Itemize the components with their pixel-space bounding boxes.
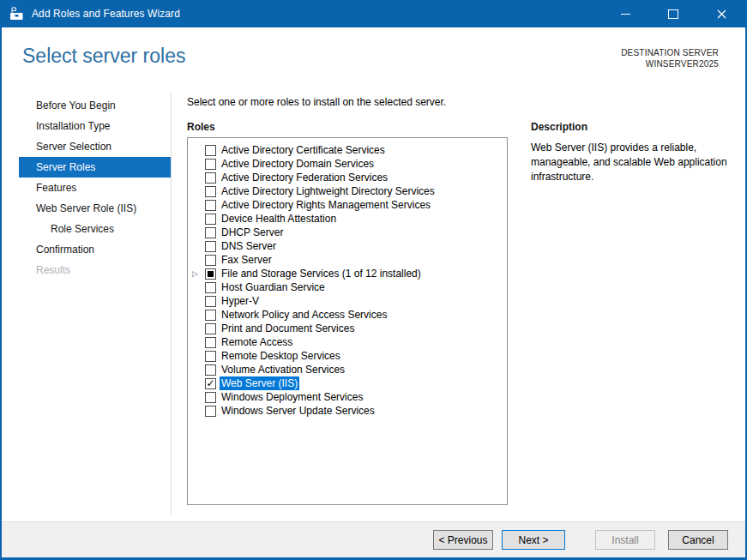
window-title: Add Roles and Features Wizard <box>32 8 180 20</box>
previous-button[interactable]: < Previous <box>433 530 493 550</box>
maximize-icon <box>668 9 678 19</box>
close-icon <box>717 9 726 19</box>
role-checkbox[interactable] <box>205 296 216 307</box>
role-label: Active Directory Lightweight Directory S… <box>221 185 435 197</box>
role-row-remote-desktop-services[interactable]: Remote Desktop Services <box>188 349 507 363</box>
server-manager-icon <box>9 7 24 21</box>
role-label: Remote Access <box>221 336 292 348</box>
role-checkbox[interactable] <box>205 282 216 293</box>
role-checkbox[interactable] <box>205 186 216 197</box>
destination-server-label: DESTINATION SERVER <box>621 47 719 58</box>
close-button[interactable] <box>697 0 745 27</box>
page-title: Select server roles <box>22 45 185 68</box>
role-checkbox[interactable] <box>205 323 216 334</box>
minimize-icon <box>621 14 630 15</box>
role-checkbox[interactable] <box>205 227 216 238</box>
sidebar-item-results: Results <box>19 260 171 280</box>
role-row-fax-server[interactable]: Fax Server <box>188 253 507 267</box>
role-row-file-and-storage-services-1-of-12-installed[interactable]: ▷ File and Storage Services (1 of 12 ins… <box>188 267 507 280</box>
role-label: Host Guardian Service <box>221 281 325 293</box>
role-label: Volume Activation Services <box>221 364 345 376</box>
sidebar-item-features[interactable]: Features <box>19 178 171 198</box>
role-row-host-guardian-service[interactable]: Host Guardian Service <box>188 280 507 294</box>
role-label: Active Directory Domain Services <box>221 158 374 170</box>
role-label: Web Server (IIS) <box>220 376 299 390</box>
destination-server-block: DESTINATION SERVER WINSERVER2025 <box>621 47 719 69</box>
role-checkbox[interactable]: ✓ <box>205 378 216 389</box>
sidebar-divider <box>171 93 172 515</box>
role-checkbox[interactable] <box>205 159 216 170</box>
role-checkbox[interactable] <box>205 337 216 348</box>
wizard-window: Add Roles and Features Wizard Select ser… <box>0 0 747 560</box>
wizard-steps-nav: Before You BeginInstallation TypeServer … <box>19 95 171 280</box>
sidebar-item-server-roles[interactable]: Server Roles <box>19 157 171 178</box>
role-checkbox[interactable] <box>205 200 216 211</box>
destination-server-name: WINSERVER2025 <box>621 58 719 69</box>
titlebar[interactable]: Add Roles and Features Wizard <box>2 0 745 27</box>
role-row-print-and-document-services[interactable]: Print and Document Services <box>188 322 507 335</box>
roles-list-heading: Roles <box>187 121 215 133</box>
roles-listbox[interactable]: Active Directory Certificate Services Ac… <box>187 137 508 505</box>
role-row-active-directory-lightweight-directory-services[interactable]: Active Directory Lightweight Directory S… <box>188 184 507 198</box>
role-checkbox[interactable] <box>205 364 216 376</box>
role-row-dns-server[interactable]: DNS Server <box>188 239 507 253</box>
role-checkbox[interactable] <box>205 392 216 403</box>
sidebar-item-server-selection[interactable]: Server Selection <box>19 136 171 157</box>
role-label: File and Storage Services (1 of 12 insta… <box>221 268 421 280</box>
role-label: DHCP Server <box>221 226 283 238</box>
description-text: Web Server (IIS) provides a reliable, ma… <box>531 141 739 184</box>
sidebar-item-web-server-role-iis[interactable]: Web Server Role (IIS) <box>19 198 171 219</box>
role-checkbox[interactable] <box>205 255 216 266</box>
role-row-web-server-iis[interactable]: ✓ Web Server (IIS) <box>188 376 507 390</box>
maximize-button[interactable] <box>649 0 697 27</box>
role-checkbox[interactable] <box>205 172 216 184</box>
role-label: Active Directory Rights Management Servi… <box>221 199 431 211</box>
role-row-windows-server-update-services[interactable]: Windows Server Update Services <box>188 404 507 418</box>
role-label: Active Directory Federation Services <box>221 172 388 184</box>
sidebar-item-installation-type[interactable]: Installation Type <box>19 116 171 136</box>
install-button: Install <box>595 530 655 550</box>
role-row-device-health-attestation[interactable]: Device Health Attestation <box>188 212 507 226</box>
minimize-button[interactable] <box>601 0 649 27</box>
sidebar-item-confirmation[interactable]: Confirmation <box>19 239 171 260</box>
sidebar-item-role-services[interactable]: Role Services <box>19 219 171 239</box>
role-checkbox[interactable] <box>205 241 216 252</box>
role-row-active-directory-certificate-services[interactable]: Active Directory Certificate Services <box>188 143 507 157</box>
role-label: Windows Deployment Services <box>221 391 363 403</box>
role-row-windows-deployment-services[interactable]: Windows Deployment Services <box>188 390 507 404</box>
role-label: Print and Document Services <box>221 322 354 334</box>
role-label: Device Health Attestation <box>221 213 336 225</box>
role-checkbox[interactable] <box>205 145 216 156</box>
role-label: Remote Desktop Services <box>221 350 340 362</box>
sidebar-item-before-you-begin[interactable]: Before You Begin <box>19 95 171 116</box>
next-button[interactable]: Next > <box>502 530 565 550</box>
description-heading: Description <box>531 121 587 133</box>
role-row-volume-activation-services[interactable]: Volume Activation Services <box>188 363 507 376</box>
cancel-button[interactable]: Cancel <box>668 530 728 550</box>
role-label: Fax Server <box>221 254 272 266</box>
instruction-text: Select one or more roles to install on t… <box>187 96 446 108</box>
role-row-network-policy-and-access-services[interactable]: Network Policy and Access Services <box>188 308 507 322</box>
role-checkbox[interactable] <box>205 310 216 321</box>
wizard-footer: < PreviousNext >InstallCancel <box>2 521 745 557</box>
role-row-active-directory-rights-management-services[interactable]: Active Directory Rights Management Servi… <box>188 198 507 212</box>
role-row-remote-access[interactable]: Remote Access <box>188 335 507 349</box>
role-row-dhcp-server[interactable]: DHCP Server <box>188 226 507 239</box>
role-label: Hyper-V <box>221 295 259 307</box>
role-checkbox[interactable] <box>205 406 216 417</box>
role-row-hyper-v[interactable]: Hyper-V <box>188 294 507 308</box>
role-label: Active Directory Certificate Services <box>221 144 385 156</box>
role-label: DNS Server <box>221 240 276 252</box>
role-checkbox[interactable] <box>205 268 216 280</box>
role-checkbox[interactable] <box>205 214 216 225</box>
role-label: Network Policy and Access Services <box>221 309 387 321</box>
role-checkbox[interactable] <box>205 351 216 362</box>
role-row-active-directory-domain-services[interactable]: Active Directory Domain Services <box>188 157 507 171</box>
expand-icon[interactable]: ▷ <box>192 267 205 280</box>
window-controls <box>601 0 745 27</box>
role-row-active-directory-federation-services[interactable]: Active Directory Federation Services <box>188 171 507 184</box>
role-label: Windows Server Update Services <box>221 405 375 417</box>
